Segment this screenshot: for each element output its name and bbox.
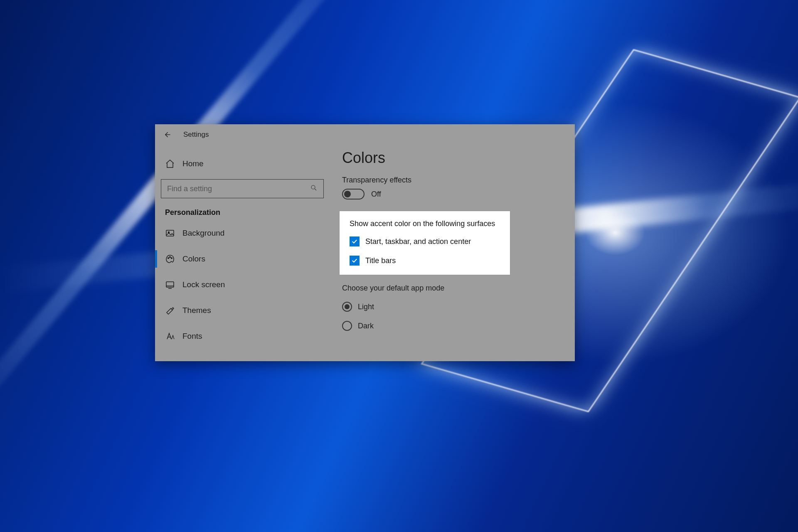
window-titlebar: Settings bbox=[155, 124, 575, 145]
svg-point-3 bbox=[168, 258, 169, 259]
search-icon bbox=[310, 184, 318, 193]
transparency-toggle[interactable] bbox=[342, 189, 365, 200]
app-mode-label: Choose your default app mode bbox=[342, 284, 562, 293]
transparency-label: Transparency effects bbox=[342, 176, 562, 185]
radio-label: Light bbox=[358, 303, 374, 311]
accent-surfaces-panel: Show accent color on the following surfa… bbox=[340, 211, 510, 275]
radio-unselected-icon bbox=[342, 321, 352, 331]
accent-checkbox-start-taskbar[interactable]: Start, taskbar, and action center bbox=[350, 236, 500, 246]
sidebar-item-label: Home bbox=[182, 159, 204, 168]
svg-rect-6 bbox=[166, 282, 174, 287]
transparency-state: Off bbox=[371, 190, 381, 199]
app-mode-radio-dark[interactable]: Dark bbox=[342, 321, 562, 331]
sidebar-category: Personalization bbox=[161, 208, 324, 217]
sidebar-item-label: Lock screen bbox=[182, 280, 225, 289]
checkbox-label: Title bars bbox=[365, 256, 396, 265]
app-mode-radio-group: Light Dark bbox=[342, 302, 562, 331]
svg-point-0 bbox=[311, 185, 315, 189]
sidebar-item-lock-screen[interactable]: Lock screen bbox=[161, 272, 324, 298]
settings-content: Colors Transparency effects Off Show acc… bbox=[330, 145, 575, 361]
accent-section-label: Show accent color on the following surfa… bbox=[350, 219, 500, 228]
home-icon bbox=[165, 159, 175, 169]
search-box[interactable] bbox=[161, 179, 324, 198]
window-title: Settings bbox=[183, 131, 209, 139]
fonts-icon bbox=[165, 331, 175, 341]
settings-window: Settings Home Personalization bbox=[155, 124, 575, 361]
accent-checkbox-title-bars[interactable]: Title bars bbox=[350, 256, 500, 266]
sidebar-item-label: Background bbox=[182, 229, 224, 238]
page-title: Colors bbox=[342, 149, 562, 167]
search-input[interactable] bbox=[167, 185, 310, 193]
sidebar-item-label: Themes bbox=[182, 306, 211, 315]
checkbox-label: Start, taskbar, and action center bbox=[365, 237, 471, 246]
radio-selected-icon bbox=[342, 302, 352, 312]
sidebar-item-colors[interactable]: Colors bbox=[161, 246, 324, 272]
back-button[interactable] bbox=[163, 130, 172, 139]
themes-icon bbox=[165, 305, 175, 315]
sidebar-item-fonts[interactable]: Fonts bbox=[161, 323, 324, 349]
sidebar-item-label: Fonts bbox=[182, 332, 202, 341]
sidebar-item-themes[interactable]: Themes bbox=[161, 298, 324, 323]
radio-label: Dark bbox=[358, 322, 374, 330]
sidebar-item-label: Colors bbox=[182, 254, 205, 264]
svg-rect-1 bbox=[166, 230, 174, 236]
app-mode-radio-light[interactable]: Light bbox=[342, 302, 562, 312]
sidebar-item-background[interactable]: Background bbox=[161, 220, 324, 246]
desktop-wallpaper: Settings Home Personalization bbox=[0, 0, 798, 532]
sidebar-item-home[interactable]: Home bbox=[161, 151, 324, 177]
palette-icon bbox=[165, 254, 175, 264]
lock-screen-icon bbox=[165, 280, 175, 290]
picture-icon bbox=[165, 228, 175, 238]
checkbox-checked-icon bbox=[350, 256, 360, 266]
svg-point-4 bbox=[170, 256, 171, 258]
settings-sidebar: Home Personalization Background bbox=[155, 145, 330, 361]
svg-point-5 bbox=[171, 258, 172, 259]
checkbox-checked-icon bbox=[350, 236, 360, 246]
